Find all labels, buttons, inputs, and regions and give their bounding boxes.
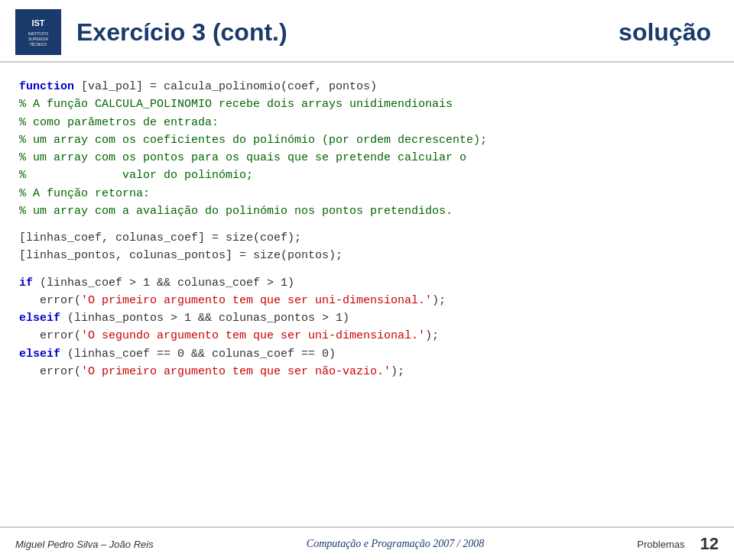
code-comment-5: % valor do polinómio; [19,167,715,184]
svg-text:INSTITUTO: INSTITUTO [28,31,48,36]
main-content: function [val_pol] = calcula_polinomio(c… [0,63,734,380]
footer-page-number: 12 [700,534,719,554]
footer-right: Problemas 12 [637,534,719,554]
title-text: Exercício 3 (cont.) [76,18,619,47]
code-if-1: if (linhas_coef > 1 && colunas_coef > 1) [19,274,715,292]
code-elseif-1-cond: (linhas_pontos > 1 && colunas_pontos > 1… [60,312,349,325]
svg-text:SUPERIOR: SUPERIOR [28,37,49,41]
code-comment-2: % como parâmetros de entrada: [19,114,715,131]
code-comment-4: % um array com os pontos para os quais q… [19,149,715,167]
svg-text:IST: IST [31,18,44,28]
code-block: function [val_pol] = calcula_polinomio(c… [19,78,715,380]
slide-title: Exercício 3 (cont.) [61,18,619,47]
code-error-1-pre: error( [19,294,81,307]
code-error-2: error('O segundo argumento tem que ser u… [19,327,715,345]
keyword-function: function [19,80,74,93]
code-error-3-pre: error( [19,365,81,378]
code-line-1: function [val_pol] = calcula_polinomio(c… [19,78,715,95]
code-comment-3: % um array com os coeficientes do polinó… [19,131,715,149]
keyword-elseif-2: elseif [19,348,60,361]
code-elseif-1: elseif (linhas_pontos > 1 && colunas_pon… [19,309,715,327]
code-error-3: error('O primeiro argumento tem que ser … [19,363,715,380]
code-elseif-2-cond: (linhas_coef == 0 && colunas_coef == 0) [60,348,336,361]
keyword-if-1: if [19,277,33,290]
code-error-1: error('O primeiro argumento tem que ser … [19,292,715,309]
code-string-3: 'O primeiro argumento tem que ser não-va… [81,365,391,378]
code-error-2-post: ); [425,329,439,342]
code-size-pontos: [linhas_pontos, colunas_pontos] = size(p… [19,247,715,264]
footer-course: Computação e Programação 2007 / 2008 [307,538,484,550]
logo: IST INSTITUTO SUPERIOR TÉCNICO [15,9,61,55]
code-normal-1: [val_pol] = calcula_polinomio(coef, pont… [74,80,377,93]
code-string-2: 'O segundo argumento tem que ser uni-dim… [81,329,425,342]
footer-section: Problemas [637,539,684,550]
svg-text:TÉCNICO: TÉCNICO [30,42,47,47]
footer-authors: Miguel Pedro Silva – João Reis [15,539,154,550]
slide-header: IST INSTITUTO SUPERIOR TÉCNICO Exercício… [0,0,734,63]
solucao-label: solução [619,18,719,47]
code-comment-6: % A função retorna: [19,185,715,202]
code-comment-1: % A função CALCULA_POLINOMIO recebe dois… [19,95,715,113]
code-if-1-cond: (linhas_coef > 1 && colunas_coef > 1) [33,277,294,290]
code-error-1-post: ); [432,294,446,307]
code-error-2-pre: error( [19,329,81,342]
code-gap-2 [19,265,715,274]
code-string-1: 'O primeiro argumento tem que ser uni-di… [81,294,432,307]
code-error-3-post: ); [391,365,404,378]
code-comment-7: % um array com a avaliação do polinómio … [19,202,715,220]
code-size-coef: [linhas_coef, colunas_coef] = size(coef)… [19,229,715,247]
slide-footer: Miguel Pedro Silva – João Reis Computaçã… [0,526,734,560]
code-gap-1 [19,220,715,229]
code-elseif-2: elseif (linhas_coef == 0 && colunas_coef… [19,345,715,363]
keyword-elseif-1: elseif [19,312,60,325]
